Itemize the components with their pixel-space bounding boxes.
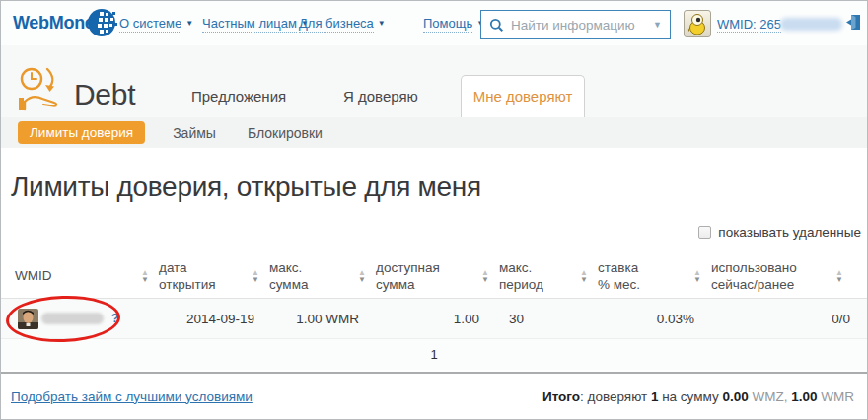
column-label: доступная xyxy=(376,259,440,276)
rate-cell: 0.03% xyxy=(598,312,711,326)
column-header-rate[interactable]: ставка% мес. ▲▼ xyxy=(598,259,711,293)
pagination: 1 xyxy=(1,339,867,370)
column-header-open-date[interactable]: датаоткрытия ▲▼ xyxy=(159,259,269,293)
sort-arrows: ▲▼ xyxy=(580,269,588,283)
tab-trusted-me[interactable]: Мне доверяют xyxy=(461,75,585,117)
show-deleted-row: показывать удаленные xyxy=(1,225,861,240)
help-link[interactable]: ? xyxy=(111,312,118,325)
totals-wmz-currency: WMZ, xyxy=(749,389,792,404)
search-placeholder: Найти информацию xyxy=(511,18,653,33)
available-sum-cell: 1.00 xyxy=(376,312,499,326)
tab-offers[interactable]: Предложения xyxy=(191,88,286,105)
nav-item-about-system[interactable]: О системе▼ xyxy=(119,16,193,31)
totals-wmr-currency: WMR xyxy=(818,389,855,404)
subtab-blocks[interactable]: Блокировки xyxy=(248,125,323,141)
wmid-redacted-blur xyxy=(780,18,842,31)
footer: Подобрать займ с лучшими условиями Итого… xyxy=(1,372,867,419)
search-input[interactable]: Найти информацию ▼ xyxy=(480,10,671,39)
nav-item-individuals[interactable]: Частным лицам▼ xyxy=(202,16,309,31)
sort-arrows: ▲▼ xyxy=(835,269,843,283)
chevron-down-icon: ▼ xyxy=(185,19,193,28)
table-header: WMID ▲▼ датаоткрытия ▲▼ макс.сумма ▲▼ до… xyxy=(1,253,867,299)
nav-label: Помощь xyxy=(423,16,472,33)
nav-item-business[interactable]: Для бизнеса▼ xyxy=(299,16,386,31)
column-label: WMID xyxy=(15,267,52,284)
redacted-username-blur xyxy=(41,313,104,324)
column-label: % мес. xyxy=(598,276,640,293)
totals-text: на сумму xyxy=(658,389,722,404)
page-title: Лимиты доверия, открытые для меня xyxy=(11,172,867,203)
column-label: макс. xyxy=(499,259,543,276)
column-header-available-sum[interactable]: доступнаясумма ▲▼ xyxy=(376,259,499,293)
search-dropdown-icon[interactable]: ▼ xyxy=(653,20,662,30)
debt-service-icon xyxy=(17,66,62,111)
show-deleted-checkbox[interactable] xyxy=(698,226,711,239)
nav-label: О системе xyxy=(119,16,181,33)
used-cell: 0/0 xyxy=(711,312,853,326)
column-label: макс. xyxy=(269,259,308,276)
column-label: период xyxy=(499,276,543,293)
totals-label: Итого xyxy=(542,389,580,404)
logout-door-icon[interactable] xyxy=(846,15,860,30)
main-content: Лимиты доверия, открытые для меня показы… xyxy=(1,172,867,370)
sort-arrows: ▲▼ xyxy=(481,269,489,283)
nav-label: Частным лицам xyxy=(202,16,297,33)
column-label: сумма xyxy=(269,276,308,293)
sort-desc-icon[interactable]: ▼ xyxy=(141,276,149,283)
nav-label: Для бизнеса xyxy=(299,16,374,33)
chevron-down-icon: ▼ xyxy=(378,19,386,28)
keeper-avatar-button[interactable] xyxy=(684,10,711,37)
keeper-mascot-icon xyxy=(687,12,708,35)
column-label: открытия xyxy=(159,276,216,293)
sort-desc-icon[interactable]: ▼ xyxy=(358,276,366,283)
service-title: Debt xyxy=(74,78,135,111)
totals-wmr-amount: 1.00 xyxy=(791,389,817,404)
sort-arrows: ▲▼ xyxy=(141,269,149,283)
page-number[interactable]: 1 xyxy=(430,347,437,362)
column-label: ставка xyxy=(598,259,640,276)
top-header: WebMoney О системе▼ Частным лицам▼ Для б… xyxy=(1,1,867,45)
column-header-wmid[interactable]: WMID ▲▼ xyxy=(15,267,159,284)
sort-arrows: ▲▼ xyxy=(252,269,259,283)
max-period-cell: 30 xyxy=(499,312,598,326)
subtab-trust-limits[interactable]: Лимиты доверия xyxy=(18,121,145,144)
totals-text: : xyxy=(580,389,588,404)
user-avatar[interactable] xyxy=(18,309,38,329)
tab-i-trust[interactable]: Я доверяю xyxy=(343,88,418,105)
search-icon xyxy=(489,18,504,33)
sort-desc-icon[interactable]: ▼ xyxy=(835,276,843,283)
show-deleted-label[interactable]: показывать удаленные xyxy=(718,225,861,240)
column-label: дата xyxy=(159,259,216,276)
totals-summary: Итого: доверяют 1 на сумму 0.00 WMZ, 1.0… xyxy=(542,389,854,404)
webmoney-globe-icon xyxy=(88,8,117,37)
sort-desc-icon[interactable]: ▼ xyxy=(580,276,588,283)
column-header-used[interactable]: использованосейчас/ранее ▲▼ xyxy=(711,259,853,293)
subtab-loans[interactable]: Займы xyxy=(173,125,216,141)
column-label: сумма xyxy=(376,276,440,293)
find-loan-link[interactable]: Подобрать займ с лучшими условиями xyxy=(11,389,253,404)
totals-wmz-amount: 0.00 xyxy=(722,389,748,404)
nav-item-help[interactable]: Помощь▼ xyxy=(423,16,484,31)
max-sum-cell: 1.00 WMR xyxy=(269,312,376,326)
webmoney-debt-window: WebMoney О системе▼ Частным лицам▼ Для б… xyxy=(0,0,868,420)
sort-arrows: ▲▼ xyxy=(693,269,701,283)
column-header-max-period[interactable]: макс.период ▲▼ xyxy=(499,259,598,293)
sort-desc-icon[interactable]: ▼ xyxy=(252,276,259,283)
column-label: использовано xyxy=(711,259,797,276)
open-date-cell: 2014-09-19 xyxy=(159,312,269,326)
debt-header-band: Debt Предложения Я доверяю Мне доверяют xyxy=(1,45,867,117)
column-header-max-sum[interactable]: макс.сумма ▲▼ xyxy=(269,259,376,293)
sort-desc-icon[interactable]: ▼ xyxy=(693,276,701,283)
totals-text: доверяют xyxy=(588,389,651,404)
sort-arrows: ▲▼ xyxy=(358,269,366,283)
wmid-link[interactable]: WMID: 265 xyxy=(717,17,781,33)
column-label: сейчас/ранее xyxy=(711,276,797,293)
sort-desc-icon[interactable]: ▼ xyxy=(481,276,489,283)
wmid-cell[interactable]: ? xyxy=(15,309,159,329)
table-row: ? 2014-09-19 1.00 WMR 1.00 30 0.03% 0/0 xyxy=(1,299,867,339)
subtab-bar: Лимиты доверия Займы Блокировки xyxy=(1,117,867,148)
